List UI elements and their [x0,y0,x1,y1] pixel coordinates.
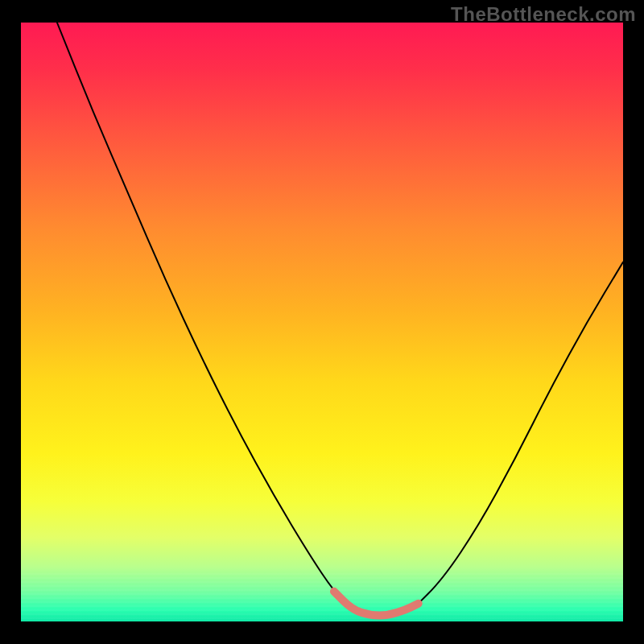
plot-area [21,23,623,621]
curve-left-arm [57,23,353,609]
watermark-text: TheBottleneck.com [451,3,636,26]
chart-frame: TheBottleneck.com [0,0,644,644]
curve-valley-highlight [334,592,419,616]
curve-layer [21,23,623,621]
curve-right-arm [412,262,623,610]
